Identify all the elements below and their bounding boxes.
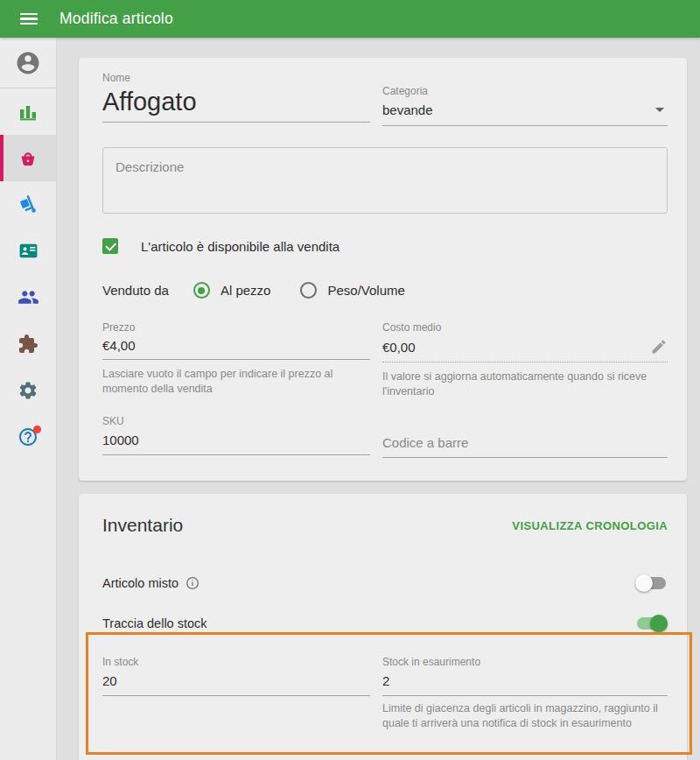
category-label: Categoria [382,85,668,97]
in-stock-input[interactable] [102,668,370,696]
inventory-title: Inventario [102,515,183,536]
category-value: bevande [382,102,433,117]
cost-label: Costo medio [382,321,668,334]
sidebar-item-help[interactable] [0,413,56,460]
available-for-sale-checkbox[interactable] [102,238,118,254]
sidebar-item-items[interactable] [0,135,56,181]
sold-by-weight-label: Peso/Volume [327,283,404,298]
cost-field: €0,00 [382,334,668,362]
barcode-input[interactable] [382,430,668,458]
description-textarea[interactable] [103,148,667,213]
puzzle-icon [18,334,38,355]
cost-value: €0,00 [382,340,416,355]
price-value: €4,00 [102,338,136,353]
sold-by-each-label: Al pezzo [220,283,271,298]
sidebar-item-reports[interactable] [0,88,56,135]
name-input[interactable] [102,84,370,123]
low-stock-helper: Limite di giacenza degli articoli in mag… [382,701,668,731]
shopping-basket-icon [18,148,38,169]
sold-by-label: Venduto da [102,283,169,298]
sold-by-each-radio[interactable] [193,282,210,299]
track-stock-label: Traccia dello stock [102,616,207,630]
price-field[interactable]: €4,00 [102,334,370,360]
sku-input[interactable] [102,427,370,455]
app-header: Modifica articolo [0,0,700,38]
contact-card-icon [18,240,39,262]
sku-label: SKU [102,415,370,427]
people-icon [18,286,39,308]
account-circle-icon [15,50,41,76]
edit-pencil-icon[interactable] [650,338,668,355]
menu-icon[interactable] [20,13,38,25]
gear-icon [18,380,38,401]
sidebar [0,38,57,760]
composite-item-label: Articolo misto [102,576,178,590]
low-stock-input[interactable] [382,668,668,696]
in-stock-label: In stock [102,656,370,668]
track-stock-toggle[interactable] [635,615,668,632]
sidebar-item-settings[interactable] [0,367,56,413]
main-content: Nome Categoria bevande L'articolo è disp… [57,38,700,760]
sidebar-item-customers[interactable] [0,228,56,274]
article-form-card: Nome Categoria bevande L'articolo è disp… [79,58,687,481]
notification-dot [33,426,41,433]
sidebar-item-inventory-management[interactable] [0,181,56,228]
price-label: Prezzo [102,321,370,334]
bar-chart-icon [18,102,38,123]
description-field[interactable] [102,147,668,214]
price-helper: Lasciare vuoto il campo per indicare il … [102,367,370,397]
low-stock-label: Stock in esaurimento [382,656,668,668]
available-for-sale-label: L'articolo è disponibile alla vendita [141,239,340,254]
sidebar-item-employees[interactable] [0,274,56,320]
category-select[interactable]: bevande [382,97,668,126]
sold-by-weight-radio[interactable] [300,282,317,299]
name-label: Nome [102,72,370,84]
info-icon[interactable] [186,576,200,590]
page-title: Modifica articolo [60,10,173,28]
composite-item-toggle[interactable] [635,574,668,592]
chevron-down-icon [655,108,664,112]
hand-truck-icon [18,194,39,215]
cost-helper: Il valore si aggiorna automaticamente qu… [382,369,668,399]
sidebar-item-account[interactable] [0,38,56,88]
sidebar-item-apps[interactable] [0,320,56,367]
inventory-card: Inventario VISUALIZZA CRONOLOGIA Articol… [79,494,687,760]
view-history-link[interactable]: VISUALIZZA CRONOLOGIA [512,519,668,532]
